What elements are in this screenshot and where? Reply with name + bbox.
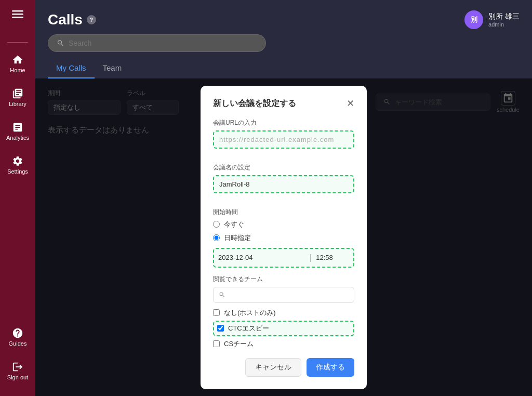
team-group: 閲覧できるチーム なし(ホストのみ) (213, 275, 354, 349)
user-name: 別所 雄三 (488, 12, 520, 21)
team-checkbox-ctc[interactable] (217, 325, 224, 332)
radio-datetime-input[interactable] (213, 234, 220, 241)
radio-now[interactable]: 今すぐ (213, 220, 354, 229)
user-details: 別所 雄三 admin (488, 12, 520, 28)
url-label: 会議URLの入力 (213, 118, 354, 127)
radio-now-input[interactable] (213, 221, 220, 228)
team-label-cs: CSチーム (224, 339, 254, 349)
name-label: 会議名の設定 (213, 163, 354, 172)
menu-icon[interactable] (12, 8, 23, 22)
sidebar-item-library[interactable]: Library (3, 85, 32, 110)
modal-actions: キャンセル 作成する (213, 358, 354, 377)
radio-datetime[interactable]: 日時指定 (213, 233, 354, 243)
library-icon (12, 88, 23, 99)
sidebar-item-home[interactable]: Home (3, 51, 32, 76)
datetime-inputs: | (213, 248, 354, 268)
sidebar-item-label-guides: Guides (9, 340, 27, 347)
team-list: なし(ホストのみ) CTCエスビー CSチーム (213, 308, 354, 349)
page-header: Calls ? 別 別所 雄三 admin (35, 0, 532, 29)
sidebar-item-label-settings: Settings (7, 168, 28, 175)
svg-rect-1 (12, 14, 23, 15)
modal-title: 新しい会議を設定する (213, 98, 296, 109)
main-content: Calls ? 別 別所 雄三 admin My Calls Team (35, 0, 532, 396)
team-search-bar[interactable] (213, 287, 354, 303)
sidebar-item-label-home: Home (10, 67, 25, 73)
url-input-group: 会議URLの入力 (213, 118, 354, 156)
settings-icon (12, 155, 23, 167)
sidebar-item-analytics[interactable]: Analytics (3, 118, 32, 144)
team-checkbox-cs[interactable] (213, 340, 220, 347)
sidebar-item-settings[interactable]: Settings (3, 152, 32, 178)
create-button[interactable]: 作成する (307, 358, 354, 377)
start-time-group: 開始時間 今すぐ 日時指定 | (213, 208, 354, 268)
url-input[interactable] (213, 130, 354, 149)
radio-datetime-label: 日時指定 (224, 233, 251, 243)
page-title: Calls ? (48, 11, 96, 28)
analytics-icon (12, 122, 23, 133)
search-input[interactable] (69, 39, 257, 47)
team-item-ctc[interactable]: CTCエスビー (213, 321, 354, 336)
sidebar-item-label-signout: Sign out (7, 374, 28, 380)
top-bar (35, 29, 532, 52)
modal-close-button[interactable]: ✕ (347, 99, 354, 108)
sidebar-item-label-library: Library (9, 101, 26, 107)
tab-bar: My Calls Team (35, 52, 532, 78)
home-icon (12, 54, 23, 65)
top-search-bar[interactable] (48, 34, 266, 52)
signout-icon (12, 361, 23, 373)
search-icon (57, 39, 64, 47)
name-input-group: 会議名の設定 (213, 163, 354, 201)
svg-rect-0 (12, 10, 23, 12)
user-info: 別 別所 雄三 admin (464, 10, 520, 29)
team-label-no-team: なし(ホストのみ) (224, 308, 276, 318)
help-icon[interactable]: ? (87, 15, 96, 24)
sidebar: Home Library Analytics Settings Guides (0, 0, 35, 396)
team-checkbox-no-team[interactable] (213, 309, 220, 316)
sidebar-item-label-analytics: Analytics (6, 135, 29, 141)
modal-header: 新しい会議を設定する ✕ (213, 98, 354, 109)
start-time-options: 今すぐ 日時指定 (213, 220, 354, 243)
modal-overlay: 新しい会議を設定する ✕ 会議URLの入力 会議名の設定 開始時間 (35, 78, 532, 396)
content-area: 期間 指定なし ラベル すべて (35, 78, 532, 396)
user-avatar: 別 (464, 10, 483, 29)
team-search-icon (219, 291, 225, 298)
date-input[interactable] (218, 253, 305, 262)
team-search-input[interactable] (229, 291, 349, 299)
team-label: 閲覧できるチーム (213, 275, 354, 284)
svg-rect-2 (12, 17, 23, 18)
sidebar-item-guides[interactable]: Guides (3, 324, 32, 350)
tab-my-calls[interactable]: My Calls (48, 58, 95, 79)
team-item-no-team[interactable]: なし(ホストのみ) (213, 308, 354, 318)
time-input[interactable] (316, 253, 367, 262)
cancel-button[interactable]: キャンセル (245, 358, 301, 377)
new-meeting-modal: 新しい会議を設定する ✕ 会議URLの入力 会議名の設定 開始時間 (201, 86, 367, 389)
tab-team[interactable]: Team (95, 58, 130, 79)
guides-icon (12, 327, 23, 339)
start-time-label: 開始時間 (213, 208, 354, 217)
team-item-cs[interactable]: CSチーム (213, 339, 354, 349)
meeting-name-input[interactable] (213, 175, 354, 193)
sidebar-item-signout[interactable]: Sign out (3, 358, 32, 384)
sidebar-divider-top (7, 42, 28, 43)
user-role: admin (488, 21, 520, 28)
team-label-ctc: CTCエスビー (228, 324, 269, 333)
radio-now-label: 今すぐ (224, 220, 244, 229)
sidebar-bottom: Guides Sign out (3, 320, 32, 388)
